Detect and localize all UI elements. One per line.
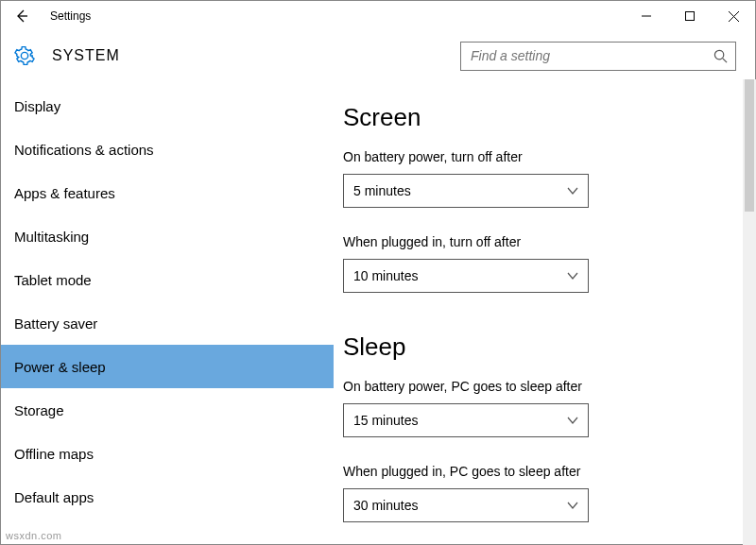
sleep-battery-select[interactable]: 15 minutes <box>343 403 589 437</box>
sidebar-item-storage[interactable]: Storage <box>1 388 334 432</box>
svg-rect-2 <box>686 12 695 21</box>
sidebar-item-notifications[interactable]: Notifications & actions <box>1 128 334 171</box>
chevron-down-icon <box>567 270 578 281</box>
back-button[interactable] <box>7 1 37 31</box>
screen-plugged-label: When plugged in, turn off after <box>343 234 746 249</box>
sidebar-item-label: Tablet mode <box>14 272 92 288</box>
content: Screen On battery power, turn off after … <box>334 80 755 544</box>
sidebar-item-tablet-mode[interactable]: Tablet mode <box>1 258 334 301</box>
select-value: 30 minutes <box>353 498 567 513</box>
sidebar-item-label: Display <box>14 98 60 114</box>
arrow-left-icon <box>14 9 29 24</box>
sidebar-item-label: Notifications & actions <box>14 142 154 158</box>
sidebar-item-label: Storage <box>14 402 64 418</box>
search-box[interactable] <box>460 42 736 71</box>
sleep-plugged-select[interactable]: 30 minutes <box>343 488 589 522</box>
sidebar-item-label: Offline maps <box>14 446 94 462</box>
page-title: SYSTEM <box>52 47 120 64</box>
sidebar-item-offline-maps[interactable]: Offline maps <box>1 432 334 475</box>
sidebar-item-display[interactable]: Display <box>1 84 334 128</box>
watermark: wsxdn.com <box>6 530 62 541</box>
select-value: 10 minutes <box>353 268 567 283</box>
section-title-sleep: Sleep <box>343 332 746 362</box>
sleep-battery-label: On battery power, PC goes to sleep after <box>343 379 746 394</box>
sidebar-item-label: Multitasking <box>14 229 89 245</box>
sidebar-item-battery-saver[interactable]: Battery saver <box>1 301 334 345</box>
sidebar: Display Notifications & actions Apps & f… <box>1 80 334 544</box>
header: SYSTEM <box>1 31 755 80</box>
settings-window: Settings SYSTEM Display Notif <box>0 0 756 545</box>
sleep-plugged-label: When plugged in, PC goes to sleep after <box>343 464 746 479</box>
body: Display Notifications & actions Apps & f… <box>1 80 755 544</box>
search-container <box>460 42 736 71</box>
gear-icon <box>14 45 35 66</box>
sidebar-item-multitasking[interactable]: Multitasking <box>1 214 334 258</box>
search-icon <box>713 49 728 63</box>
sidebar-item-default-apps[interactable]: Default apps <box>1 475 334 519</box>
section-title-screen: Screen <box>343 103 746 132</box>
sidebar-item-apps-features[interactable]: Apps & features <box>1 171 334 214</box>
scrollbar-thumb[interactable] <box>745 79 754 212</box>
titlebar: Settings <box>1 1 755 31</box>
svg-point-5 <box>714 50 723 59</box>
select-value: 15 minutes <box>353 413 567 428</box>
vertical-scrollbar[interactable] <box>743 79 756 545</box>
sidebar-item-power-sleep[interactable]: Power & sleep <box>1 345 334 388</box>
svg-line-6 <box>723 58 727 61</box>
close-icon <box>729 11 739 22</box>
sidebar-item-label: Power & sleep <box>14 359 106 375</box>
minimize-button[interactable] <box>625 1 668 31</box>
maximize-icon <box>685 11 695 21</box>
close-button[interactable] <box>712 1 755 31</box>
minimize-icon <box>642 11 651 21</box>
chevron-down-icon <box>567 415 578 426</box>
chevron-down-icon <box>567 500 578 511</box>
sidebar-item-label: Apps & features <box>14 185 115 201</box>
screen-battery-label: On battery power, turn off after <box>343 149 746 164</box>
select-value: 5 minutes <box>353 183 567 198</box>
screen-plugged-select[interactable]: 10 minutes <box>343 259 589 293</box>
window-title: Settings <box>50 9 91 23</box>
chevron-down-icon <box>567 185 578 196</box>
sidebar-item-label: Battery saver <box>14 315 97 332</box>
maximize-button[interactable] <box>668 1 712 31</box>
screen-battery-select[interactable]: 5 minutes <box>343 174 589 208</box>
sidebar-item-label: Default apps <box>14 489 94 505</box>
search-input[interactable] <box>471 48 713 63</box>
